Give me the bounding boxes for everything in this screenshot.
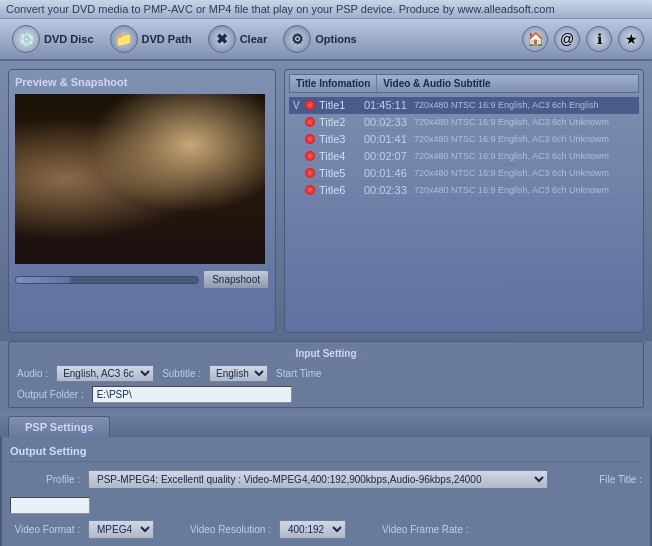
title-time: 01:45:11 bbox=[364, 99, 414, 111]
top-bar-text: Convert your DVD media to PMP-AVC or MP4… bbox=[6, 3, 555, 15]
title-time: 00:02:07 bbox=[364, 150, 414, 162]
dvd-path-label: DVD Path bbox=[142, 33, 192, 45]
star-button[interactable]: ★ bbox=[618, 26, 644, 52]
preview-controls: Snapshoot bbox=[15, 270, 269, 289]
file-title-label: File Title : bbox=[599, 474, 642, 485]
dvd-disc-icon: 💿 bbox=[12, 25, 40, 53]
seek-bar[interactable] bbox=[15, 276, 199, 284]
title-info: 720x480 NTSC 16:9 English, AC3 6ch Unkno… bbox=[414, 151, 635, 161]
title-info: 720x480 NTSC 16:9 English, AC3 6ch Unkno… bbox=[414, 117, 635, 127]
video-frame-rate-label: Video Frame Rate : bbox=[382, 524, 469, 535]
input-settings: Input Setting Audio : English, AC3 6c Su… bbox=[8, 341, 644, 408]
video-resolution-select[interactable]: 400:192 bbox=[279, 520, 346, 539]
clear-button[interactable]: ✖ Clear bbox=[204, 23, 272, 55]
options-button[interactable]: ⚙ Options bbox=[279, 23, 361, 55]
audio-label: Audio : bbox=[17, 368, 48, 379]
input-settings-row: Audio : English, AC3 6c Subtitle : Engli… bbox=[17, 365, 635, 382]
video-format-select[interactable]: MPEG4 bbox=[88, 520, 154, 539]
psp-tab-bar: PSP Settings bbox=[0, 412, 652, 437]
red-dot bbox=[305, 185, 315, 195]
title-row[interactable]: Title5 00:01:46 720x480 NTSC 16:9 Englis… bbox=[289, 165, 639, 182]
title-info: 720x480 NTSC 16:9 English, AC3 6ch Engli… bbox=[414, 100, 635, 110]
red-dot bbox=[305, 117, 315, 127]
video-scene bbox=[15, 94, 265, 264]
video-audio-header: Video & Audio Subtitle bbox=[377, 75, 638, 92]
video-resolution-label: Video Resolution : bbox=[190, 524, 271, 535]
profile-row: Profile : PSP-MPEG4: Excellentl quality … bbox=[10, 470, 642, 514]
options-label: Options bbox=[315, 33, 357, 45]
title-name: Title6 bbox=[319, 184, 364, 196]
preview-title: Preview & Snapshoot bbox=[15, 76, 269, 88]
output-folder-input[interactable] bbox=[92, 386, 292, 403]
title-panel: Title Infomation Video & Audio Subtitle … bbox=[284, 69, 644, 333]
snapshot-button[interactable]: Snapshoot bbox=[203, 270, 269, 289]
red-dot bbox=[305, 168, 315, 178]
subtitle-label: Subtitle : bbox=[162, 368, 201, 379]
preview-panel: Preview & Snapshoot Snapshoot bbox=[8, 69, 276, 333]
title-row[interactable]: V Title1 01:45:11 720x480 NTSC 16:9 Engl… bbox=[289, 97, 639, 114]
profile-select[interactable]: PSP-MPEG4: Excellentl quality : Video-MP… bbox=[88, 470, 548, 489]
v-marker: V bbox=[293, 100, 305, 111]
title-info-header: Title Infomation bbox=[290, 75, 377, 92]
dvd-disc-button[interactable]: 💿 DVD Disc bbox=[8, 23, 98, 55]
clear-label: Clear bbox=[240, 33, 268, 45]
output-folder-row: Output Folder : bbox=[17, 386, 635, 403]
video-format-row: Video Format : MPEG4 Video Resolution : … bbox=[10, 520, 642, 539]
input-settings-title: Input Setting bbox=[17, 346, 635, 361]
file-title-input[interactable] bbox=[10, 497, 90, 514]
top-bar: Convert your DVD media to PMP-AVC or MP4… bbox=[0, 0, 652, 19]
title-row[interactable]: Title4 00:02:07 720x480 NTSC 16:9 Englis… bbox=[289, 148, 639, 165]
dvd-path-button[interactable]: 📁 DVD Path bbox=[106, 23, 196, 55]
dvd-disc-label: DVD Disc bbox=[44, 33, 94, 45]
info-button[interactable]: ℹ bbox=[586, 26, 612, 52]
title-time: 00:02:33 bbox=[364, 116, 414, 128]
toolbar-right: 🏠 @ ℹ ★ bbox=[522, 26, 644, 52]
title-row[interactable]: Title6 00:02:33 720x480 NTSC 16:9 Englis… bbox=[289, 182, 639, 199]
title-row[interactable]: Title3 00:01:41 720x480 NTSC 16:9 Englis… bbox=[289, 131, 639, 148]
options-icon: ⚙ bbox=[283, 25, 311, 53]
title-info: 720x480 NTSC 16:9 English, AC3 6ch Unkno… bbox=[414, 134, 635, 144]
video-format-label: Video Format : bbox=[10, 524, 80, 535]
title-time: 00:01:41 bbox=[364, 133, 414, 145]
title-rows-container: V Title1 01:45:11 720x480 NTSC 16:9 Engl… bbox=[289, 97, 639, 199]
output-section-title: Output Setting bbox=[10, 445, 642, 462]
title-info: 720x480 NTSC 16:9 English, AC3 6ch Unkno… bbox=[414, 168, 635, 178]
main-area: Preview & Snapshoot Snapshoot Title Info… bbox=[0, 61, 652, 341]
audio-select[interactable]: English, AC3 6c bbox=[56, 365, 154, 382]
profile-label: Profile : bbox=[10, 474, 80, 485]
title-name: Title3 bbox=[319, 133, 364, 145]
title-info: 720x480 NTSC 16:9 English, AC3 6ch Unkno… bbox=[414, 185, 635, 195]
seek-fill bbox=[16, 277, 71, 283]
output-section: Output Setting Profile : PSP-MPEG4: Exce… bbox=[0, 437, 652, 546]
title-list-header: Title Infomation Video & Audio Subtitle bbox=[289, 74, 639, 93]
title-time: 00:01:46 bbox=[364, 167, 414, 179]
subtitle-select[interactable]: English bbox=[209, 365, 268, 382]
dvd-path-icon: 📁 bbox=[110, 25, 138, 53]
toolbar: 💿 DVD Disc 📁 DVD Path ✖ Clear ⚙ Options … bbox=[0, 19, 652, 61]
email-button[interactable]: @ bbox=[554, 26, 580, 52]
clear-icon: ✖ bbox=[208, 25, 236, 53]
output-folder-label: Output Folder : bbox=[17, 389, 84, 400]
red-dot bbox=[305, 100, 315, 110]
red-dot bbox=[305, 151, 315, 161]
title-row[interactable]: Title2 00:02:33 720x480 NTSC 16:9 Englis… bbox=[289, 114, 639, 131]
title-name: Title1 bbox=[319, 99, 364, 111]
red-dot bbox=[305, 134, 315, 144]
home-button[interactable]: 🏠 bbox=[522, 26, 548, 52]
preview-video bbox=[15, 94, 265, 264]
start-time-label: Start Time bbox=[276, 368, 322, 379]
title-name: Title2 bbox=[319, 116, 364, 128]
title-name: Title4 bbox=[319, 150, 364, 162]
title-name: Title5 bbox=[319, 167, 364, 179]
title-time: 00:02:33 bbox=[364, 184, 414, 196]
psp-settings-tab[interactable]: PSP Settings bbox=[8, 416, 110, 437]
